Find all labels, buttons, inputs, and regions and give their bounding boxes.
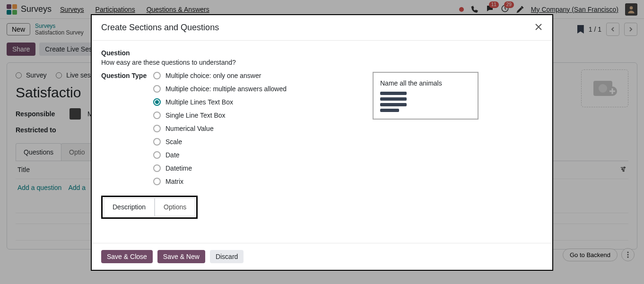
modal-tabs-highlight: Description Options [101,196,198,219]
qtype-option-2[interactable]: Multiple Lines Text Box [153,98,287,106]
radio-icon[interactable] [153,164,161,172]
radio-icon[interactable] [153,112,161,119]
modal-header: Create Sections and Questions [92,15,552,41]
qtype-label: Scale [165,138,182,146]
qtype-option-8[interactable]: Matrix [153,178,287,185]
qtype-label: Multiple choice: multiple answers allowe… [165,85,287,93]
preview-title: Name all the animals [380,79,471,87]
question-type-options: Multiple choice: only one answerMultiple… [153,72,287,185]
preview-lines-icon [380,92,471,112]
modal-tab-options[interactable]: Options [155,198,195,216]
qtype-option-3[interactable]: Single Line Text Box [153,112,287,119]
qtype-option-7[interactable]: Datetime [153,164,287,172]
discard-button[interactable]: Discard [210,250,244,263]
modal-tab-description[interactable]: Description [104,198,155,216]
modal-body: Question How easy are these questions to… [92,41,552,243]
qtype-label: Multiple choice: only one answer [165,72,261,79]
modal-title: Create Sections and Questions [101,23,219,33]
radio-icon[interactable] [153,125,161,132]
question-preview: Name all the animals [373,72,479,120]
save-new-button[interactable]: Save & New [157,250,205,263]
create-question-modal: Create Sections and Questions Question H… [91,14,553,271]
qtype-option-6[interactable]: Date [153,151,287,159]
qtype-option-5[interactable]: Scale [153,138,287,146]
radio-icon[interactable] [153,178,161,185]
qtype-option-0[interactable]: Multiple choice: only one answer [153,72,287,79]
radio-icon[interactable] [153,72,161,79]
radio-icon[interactable] [153,85,161,93]
qtype-label: Multiple Lines Text Box [165,98,233,106]
qtype-label: Matrix [165,178,183,185]
modal-tabs: Description Options [104,198,195,216]
qtype-label: Datetime [165,164,192,172]
qtype-option-4[interactable]: Numerical Value [153,125,287,132]
close-icon[interactable] [534,23,543,33]
question-text[interactable]: How easy are these questions to understa… [101,59,543,66]
save-close-button[interactable]: Save & Close [101,250,153,263]
modal-footer: Save & Close Save & New Discard [92,243,552,270]
qtype-label: Date [165,151,180,159]
qtype-option-1[interactable]: Multiple choice: multiple answers allowe… [153,85,287,93]
radio-icon[interactable] [153,98,161,106]
question-label: Question [101,49,543,57]
radio-icon[interactable] [153,138,161,146]
qtype-label: Single Line Text Box [165,112,226,119]
radio-icon[interactable] [153,151,161,159]
question-type-label: Question Type [101,72,153,185]
qtype-label: Numerical Value [165,125,214,132]
